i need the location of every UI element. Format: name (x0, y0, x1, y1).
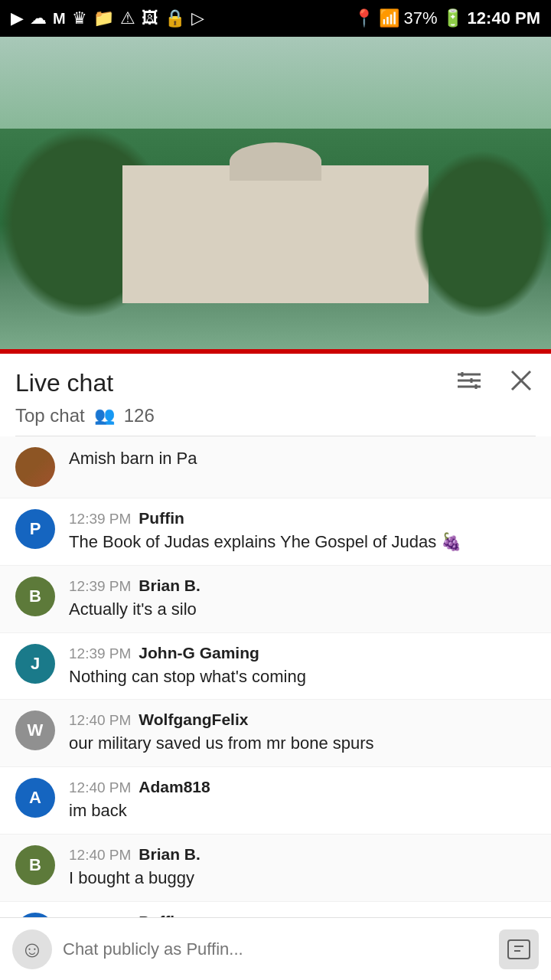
close-button[interactable] (507, 366, 536, 400)
livechat-header-icons (453, 366, 536, 400)
message-time: 12:40 PM (69, 847, 131, 864)
chat-message: J12:39 PMJohn-G GamingNothing can stop w… (0, 633, 551, 701)
avatar: B (15, 577, 55, 616)
message-time: 12:39 PM (69, 578, 131, 595)
avatar: W (15, 710, 55, 750)
chat-input-bar: ☺ (0, 917, 551, 980)
crown-icon: ♛ (72, 8, 87, 28)
status-bar: ▶ ☁ M ♛ 📁 ⚠ 🖼 🔒 ▷ 📍 📶 37% 🔋 12:40 PM (0, 0, 551, 37)
message-content: Amish barn in Pa (69, 447, 536, 471)
message-text: im back (69, 799, 536, 823)
battery-text: 37% (404, 8, 438, 28)
m-icon: M (53, 10, 66, 28)
battery-icon: 🔋 (442, 8, 463, 28)
message-username: Brian B. (139, 577, 201, 595)
video-sky (0, 37, 551, 129)
status-left-icons: ▶ ☁ M ♛ 📁 ⚠ 🖼 🔒 ▷ (11, 8, 204, 28)
youtube-icon: ▶ (11, 8, 24, 28)
message-username: Adam818 (139, 778, 210, 796)
filter-icon (456, 370, 482, 391)
avatar: B (15, 845, 55, 885)
chat-message-list: Amish barn in PaP12:39 PMPuffinThe Book … (0, 436, 551, 969)
status-time: 12:40 PM (468, 8, 540, 28)
message-time: 12:40 PM (69, 779, 131, 796)
message-meta: 12:39 PMJohn-G Gaming (69, 644, 536, 662)
message-content: 12:40 PMBrian B.I bought a buggy (69, 845, 536, 890)
message-text: our military saved us from mr bone spurs (69, 732, 536, 756)
video-trees-right (413, 150, 551, 318)
message-username: Puffin (139, 509, 184, 528)
message-content: 12:40 PMWolfgangFelixour military saved … (69, 710, 536, 756)
chat-message: W12:40 PMWolfgangFelixour military saved… (0, 700, 551, 767)
message-meta: 12:40 PMWolfgangFelix (69, 710, 536, 729)
video-building (122, 165, 429, 303)
send-button[interactable] (499, 929, 539, 969)
close-icon (510, 369, 533, 392)
cloud-icon: ☁ (30, 8, 47, 28)
message-text: I bought a buggy (69, 867, 536, 890)
avatar: P (15, 509, 55, 549)
status-right-icons: 📍 📶 37% 🔋 12:40 PM (354, 8, 540, 28)
viewer-icon: 👥 (94, 406, 115, 426)
message-time: 12:39 PM (69, 645, 131, 662)
video-thumbnail[interactable] (0, 37, 551, 349)
topchat-label[interactable]: Top chat (15, 405, 85, 426)
alert-icon: ⚠ (120, 8, 135, 28)
chat-message: B12:39 PMBrian B.Actually it's a silo (0, 566, 551, 633)
chat-message: P12:39 PMPuffinThe Book of Judas explain… (0, 498, 551, 566)
location-icon: 📍 (354, 8, 374, 28)
photo-icon: 🖼 (142, 8, 158, 28)
chat-input[interactable] (63, 929, 488, 969)
avatar: J (15, 644, 55, 684)
emoji-button[interactable]: ☺ (12, 929, 52, 969)
svg-rect-8 (508, 940, 530, 959)
livechat-header: Live chat Top chat 👥 (0, 354, 551, 436)
message-content: 12:39 PMPuffinThe Book of Judas explains… (69, 509, 536, 554)
play-icon: ▷ (191, 8, 204, 28)
chat-message: B12:40 PMBrian B.I bought a buggy (0, 835, 551, 902)
topchat-row: Top chat 👥 126 (15, 405, 536, 436)
message-time: 12:39 PM (69, 511, 131, 528)
chat-message: Amish barn in Pa (0, 436, 551, 498)
emoji-icon: ☺ (21, 936, 44, 962)
livechat-title: Live chat (15, 369, 113, 397)
message-meta: 12:40 PMBrian B. (69, 845, 536, 864)
message-content: 12:39 PMJohn-G GamingNothing can stop wh… (69, 644, 536, 689)
avatar (15, 447, 55, 487)
wifi-icon: 📶 (379, 8, 399, 28)
message-text: Amish barn in Pa (69, 447, 536, 471)
message-time: 12:40 PM (69, 712, 131, 729)
livechat-title-row: Live chat (15, 366, 536, 400)
lock-icon: 🔒 (165, 8, 185, 28)
send-icon (507, 939, 531, 960)
message-content: 12:40 PMAdam818im back (69, 778, 536, 823)
message-meta: 12:39 PMBrian B. (69, 577, 536, 595)
message-meta: 12:40 PMAdam818 (69, 778, 536, 796)
message-meta: 12:39 PMPuffin (69, 509, 536, 528)
filter-button[interactable] (453, 367, 485, 400)
chat-message: A12:40 PMAdam818im back (0, 767, 551, 835)
message-text: The Book of Judas explains Yhe Gospel of… (69, 531, 536, 554)
message-text: Nothing can stop what's coming (69, 665, 536, 689)
viewer-count: 126 (124, 405, 155, 426)
message-username: WolfgangFelix (139, 710, 248, 729)
message-text: Actually it's a silo (69, 598, 536, 622)
folder-icon: 📁 (93, 8, 114, 28)
message-content: 12:39 PMBrian B.Actually it's a silo (69, 577, 536, 622)
message-username: John-G Gaming (139, 644, 259, 662)
message-username: Brian B. (139, 845, 201, 864)
avatar: A (15, 778, 55, 818)
